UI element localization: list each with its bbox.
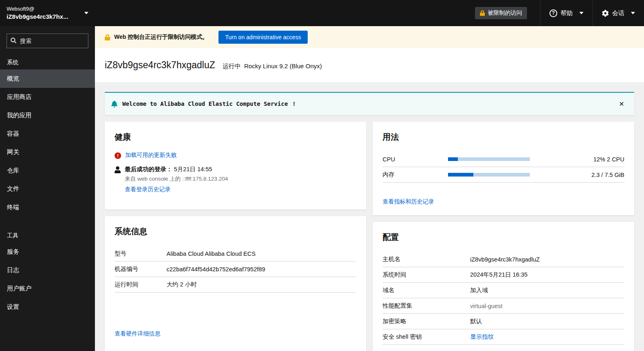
table-row: 域名 加入域 [383,283,624,298]
table-row: 型号 Alibaba Cloud Alibaba Cloud ECS [115,246,356,262]
host-state: 运行中 [223,63,241,70]
system-info-card: 系统信息 型号 Alibaba Cloud Alibaba Cloud ECS … [105,216,366,351]
sidebar-nav: 系统 概览 应用商店 我的应用 容器 网关 仓库 文件 终端 工具 服务 日志 … [0,54,95,316]
table-row: 运行时间 大约 2 小时 [115,277,356,293]
sidebar-item-settings[interactable]: 设置 [0,298,95,316]
table-row: 主机名 iZ8vb9gse4rc3k7hxgadluZ [383,252,624,267]
admin-access-button[interactable]: Turn on administrative access [218,31,307,44]
row-label: 主机名 [383,255,470,263]
bell-icon [111,101,117,107]
table-row: 系统时间 2024年5月21日 16:35 [383,267,624,283]
os-name: Rocky Linux 9.2 (Blue Onyx) [244,63,322,69]
configuration-card: 配置 主机名 iZ8vb9gse4rc3k7hxgadluZ 系统时间 2024… [373,222,634,351]
metrics-history-link[interactable]: 查看指标和历史记录 [383,198,434,206]
health-title: 健康 [115,132,356,143]
row-value: c22ba6f744f54d42b752ed6af7952f89 [167,266,265,273]
search-input[interactable] [7,34,88,48]
row-label: 运行时间 [115,281,167,288]
usage-card: 用法 CPU 12% 2 CPU 内存 2.3 / 7.5 GiB [373,122,634,215]
help-menu[interactable]: ? 帮助 [540,0,592,26]
restricted-access-badge[interactable]: 被限制的访问 [475,7,527,19]
lock-icon [105,34,110,40]
host-user: Websoft9@ [7,5,81,13]
sidebar-item-gateway[interactable]: 网关 [0,143,95,161]
show-fingerprints-link[interactable]: 显示指纹 [470,333,494,341]
chevron-down-icon [579,12,583,14]
cpu-value: 12% 2 CPU [593,156,624,163]
chevron-down-icon [84,12,88,14]
memory-usage-row: 内存 2.3 / 7.5 GiB [383,167,624,183]
sidebar-item-containers[interactable]: 容器 [0,125,95,143]
question-circle-icon: ? [549,9,557,17]
welcome-alert-text: Welcome to Alibaba Cloud Elastic Compute… [122,101,297,108]
page-title: iZ8vb9gse4rc3k7hxgadluZ [105,60,215,71]
memory-value: 2.3 / 7.5 GiB [591,172,624,178]
sidebar-item-terminal[interactable]: 终端 [0,198,95,217]
sidebar-item-app-store[interactable]: 应用商店 [0,88,95,106]
row-label: 加密策略 [383,317,470,325]
updates-error-link[interactable]: 加载可用的更新失败 [125,152,177,159]
cpu-usage-row: CPU 12% 2 CPU [383,152,624,167]
sidebar-item-overview[interactable]: 概览 [0,69,95,88]
configuration-title: 配置 [383,232,624,243]
table-row: 加密策略 默认 [383,314,624,329]
page-header: iZ8vb9gse4rc3k7hxgadluZ 运行中 Rocky Linux … [95,48,644,82]
row-label: 系统时间 [383,271,470,279]
table-row: 安全 shell 密钥 显示指纹 [383,329,624,345]
sidebar-item-files[interactable]: 文件 [0,180,95,198]
row-label: 机器编号 [115,265,167,273]
close-icon[interactable]: ✕ [616,98,628,110]
row-label: 安全 shell 密钥 [383,333,470,341]
cpu-progress-bar [448,157,530,161]
last-login-time: 5月21日 14:55 [174,166,212,172]
usage-title: 用法 [383,132,624,143]
gear-icon [602,10,609,17]
search-icon [11,38,16,43]
login-history-link[interactable]: 查看登录历史记录 [125,186,171,193]
cpu-label: CPU [383,156,448,163]
crypto-policy-value: 默认 [470,317,482,325]
chevron-down-icon [631,12,635,14]
privilege-banner: Web 控制台正运行于限制访问模式。 Turn on administrativ… [95,26,644,48]
system-time-value: 2024年5月21日 16:35 [470,271,527,279]
join-domain-button[interactable]: 加入域 [470,286,488,294]
help-label: 帮助 [561,9,573,17]
memory-progress-bar [448,173,530,177]
restricted-access-label: 被限制的访问 [488,9,522,17]
login-origin: 来自 web console 上的 ::ffff:175.8.123.204 [125,175,228,183]
row-label: 型号 [115,250,167,257]
session-label: 会话 [612,9,624,17]
sidebar-item-my-apps[interactable]: 我的应用 [0,106,95,125]
user-icon [115,166,121,173]
row-label: 域名 [383,286,470,294]
row-value: 大约 2 小时 [167,281,197,288]
error-icon: ! [115,152,121,159]
hardware-details-link[interactable]: 查看硬件详细信息 [115,330,160,338]
row-value: Alibaba Cloud Alibaba Cloud ECS [167,250,256,257]
last-login-label: 最后成功的登录： [125,166,172,172]
performance-profile-link[interactable]: virtual-guest [470,303,502,309]
sidebar-item-accounts[interactable]: 用户账户 [0,279,95,298]
host-switcher[interactable]: Websoft9@ iZ8vb9gse4rc3k7hx... [0,0,95,26]
sidebar: 系统 概览 应用商店 我的应用 容器 网关 仓库 文件 终端 工具 服务 日志 … [0,26,95,351]
sidebar-item-repository[interactable]: 仓库 [0,161,95,180]
system-info-title: 系统信息 [115,226,356,237]
sidebar-section-tools: 工具 [0,227,95,243]
masthead: Websoft9@ iZ8vb9gse4rc3k7hx... 被限制的访问 ? … [0,0,644,26]
lock-icon [480,10,485,16]
memory-label: 内存 [383,171,448,179]
table-row: 机器编号 c22ba6f744f54d42b752ed6af7952f89 [115,262,356,277]
table-row: 性能配置集 virtual-guest [383,298,624,314]
hostname-value: iZ8vb9gse4rc3k7hxgadluZ [470,256,540,263]
sidebar-search [7,34,88,48]
row-label: 性能配置集 [383,302,470,310]
sidebar-item-logs[interactable]: 日志 [0,261,95,279]
session-menu[interactable]: 会话 [592,0,644,26]
privilege-banner-text: Web 控制台正运行于限制访问模式。 [114,34,208,41]
host-name: iZ8vb9gse4rc3k7hx... [7,13,81,21]
welcome-alert: Welcome to Alibaba Cloud Elastic Compute… [105,92,634,115]
sidebar-section-system: 系统 [0,54,95,69]
health-card: 健康 ! 加载可用的更新失败 最后成功的登录： 5月21日 14:55 来自 w… [105,122,366,210]
sidebar-item-services[interactable]: 服务 [0,243,95,261]
